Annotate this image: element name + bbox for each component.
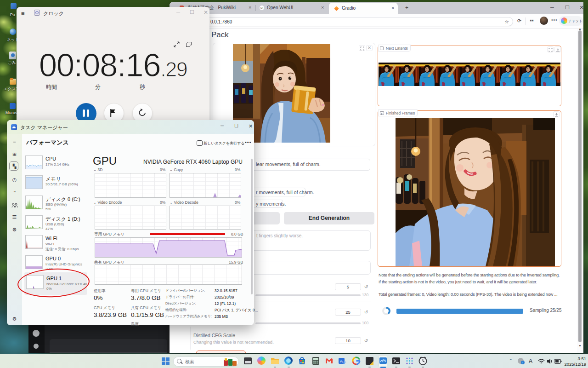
svg-text:A: A [340,359,343,363]
